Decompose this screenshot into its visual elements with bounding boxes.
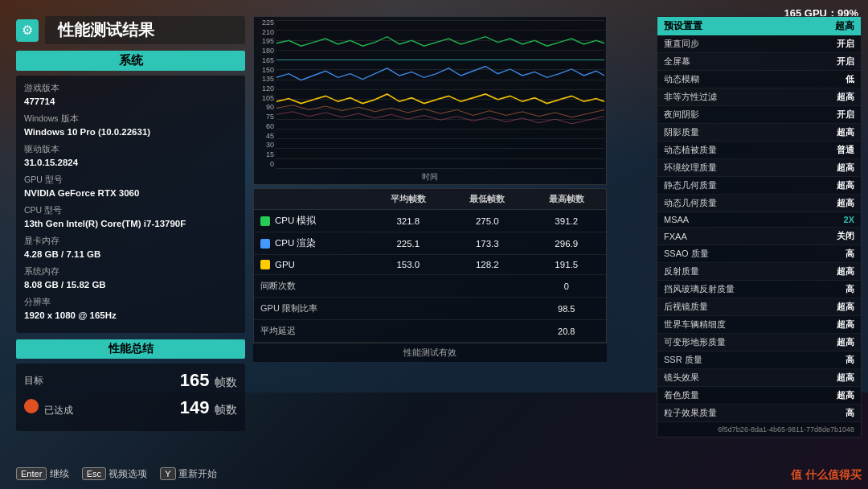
bottom-nav: Enter 继续 Esc 视频选项 Y 重新开始	[16, 467, 217, 481]
y-label-120: 120	[254, 84, 276, 92]
col-name	[254, 189, 369, 210]
vram-value: 4.28 GB / 7.11 GB	[24, 248, 237, 261]
perf-valid-text: 性能测试有效	[253, 343, 607, 362]
settings-icon: ⚙	[16, 19, 39, 42]
setting-row-dynamic-foliage: 动态植被质量 普通	[657, 142, 861, 159]
setting-row-motionblur: 动态模糊 低	[657, 71, 861, 88]
windows-version-value: Windows 10 Pro (10.0.22631)	[24, 125, 237, 139]
achieved-unit: 帧数	[215, 403, 237, 416]
y-label: 重新开始	[178, 468, 217, 479]
gpu-min: 128.2	[448, 255, 526, 275]
interrupts-label: 间断次数	[254, 275, 369, 298]
target-value: 165	[180, 370, 210, 390]
cpu-model-label: CPU 型号	[24, 204, 237, 217]
ram-label: 系统内存	[24, 265, 237, 278]
cpu-sim-label: CPU 模拟	[254, 210, 369, 232]
setting-row-windshield-reflection: 挡风玻璃反射质量 高	[657, 281, 861, 298]
target-line	[276, 60, 604, 60]
setting-row-fxaa: FXAA 关闭	[657, 228, 861, 245]
cpu-sim-dot	[260, 216, 270, 226]
panel-title-text: 性能测试结果	[45, 16, 245, 44]
setting-row-mirror-quality: 后视镜质量 超高	[657, 298, 861, 316]
chart-y-axis: 225 210 195 180 165 150 135 120 105 90 7…	[254, 17, 276, 170]
system-header: 系统	[16, 51, 245, 71]
avg-latency-row: 平均延迟 20.8	[254, 320, 606, 343]
setting-row-reflection: 反射质量 超高	[657, 263, 861, 281]
right-panel: 预设置置 超高 重直同步 开启 全屏幕 开启 动态模糊 低 非等方性过滤 超高 …	[657, 16, 862, 438]
chart-x-label: 时间	[422, 171, 438, 183]
esc-key: Esc	[82, 467, 106, 480]
y-label-15: 15	[254, 150, 276, 158]
setting-row-lens-effects: 镜头效果 超高	[657, 369, 861, 387]
col-max: 最高帧数	[527, 189, 606, 210]
y-label-45: 45	[254, 132, 276, 140]
avg-latency-col2	[448, 320, 526, 343]
ram-value: 8.08 GB / 15.82 GB	[24, 278, 237, 292]
driver-version-label: 驱动版本	[24, 143, 237, 156]
y-label-105: 105	[254, 94, 276, 102]
watermark-icon: 值	[791, 468, 802, 481]
y-label-225: 225	[254, 18, 276, 27]
target-label: 目标	[24, 374, 43, 388]
setting-row-static-geo: 静态几何质量 超高	[657, 177, 861, 195]
achieved-value: 149	[180, 397, 210, 417]
nav-esc[interactable]: Esc 视频选项	[82, 467, 148, 481]
gpu-limit-value: 98.5	[527, 298, 606, 320]
achieved-row: 已达成 149 帧数	[24, 397, 237, 418]
cpu-model-value: 13th Gen Intel(R) Core(TM) i7-13790F	[24, 217, 237, 231]
gpu-avg: 153.0	[369, 255, 448, 275]
cpu-render-dot	[260, 239, 270, 249]
stats-table: 平均帧数 最低帧数 最高帧数 CPU 模拟 321.8	[253, 188, 607, 343]
setting-row-world-vehicle: 世界车辆精细度 超高	[657, 316, 861, 334]
y-key: Y	[160, 467, 175, 480]
y-label-210: 210	[254, 28, 276, 36]
system-info: 游戏版本 477714 Windows 版本 Windows 10 Pro (1…	[16, 76, 245, 333]
cpu-render-max: 296.9	[527, 232, 606, 255]
game-version-value: 477714	[24, 95, 237, 109]
nav-y[interactable]: Y 重新开始	[160, 467, 217, 481]
enter-label: 继续	[50, 468, 69, 479]
cpu-sim-max: 391.2	[527, 210, 606, 232]
y-label-30: 30	[254, 141, 276, 149]
y-label-165: 165	[254, 56, 276, 64]
windows-version-label: Windows 版本	[24, 113, 237, 125]
cpu-sim-min: 275.0	[448, 210, 526, 232]
setting-row-particle-effects: 粒子效果质量 高	[657, 405, 861, 422]
setting-row-deformable-terrain: 可变形地形质量 超高	[657, 334, 861, 351]
resolution-label: 分辨率	[24, 296, 237, 309]
y-label-0: 0	[254, 160, 276, 168]
setting-row-fullscreen: 全屏幕 开启	[657, 53, 861, 71]
cpu-render-label: CPU 渲染	[254, 232, 369, 255]
interrupts-col2	[448, 275, 526, 298]
game-version-label: 游戏版本	[24, 82, 237, 95]
achieved-dot	[24, 399, 39, 413]
table-row: CPU 渲染 225.1 173.3 296.9	[254, 232, 606, 255]
driver-version-value: 31.0.15.2824	[24, 156, 237, 170]
avg-latency-label: 平均延迟	[254, 320, 369, 343]
middle-panel: 225 210 195 180 165 150 135 120 105 90 7…	[253, 16, 607, 362]
gpu-limit-row: GPU 限制比率 98.5	[254, 298, 606, 320]
chart-area	[276, 20, 604, 168]
gpu-dot	[260, 260, 270, 269]
achieved-label: 已达成	[24, 399, 73, 417]
setting-row-shadow-quality: 阴影质量 超高	[657, 124, 861, 142]
interrupts-row: 间断次数 0	[254, 275, 606, 298]
setting-row-dynamic-geo: 动态几何质量 超高	[657, 195, 861, 212]
setting-row-night-shadow: 夜间阴影 开启	[657, 106, 861, 124]
perf-summary-header: 性能总结	[16, 339, 245, 359]
nav-enter[interactable]: Enter 继续	[16, 467, 69, 481]
settings-header-value: 超高	[835, 19, 854, 33]
grid-lines	[276, 20, 604, 168]
y-label-60: 60	[254, 122, 276, 130]
setting-row-msaa: MSAA 2X	[657, 212, 861, 228]
settings-header: 预设置置 超高	[657, 17, 861, 35]
table-row: GPU 153.0 128.2 191.5	[254, 255, 606, 275]
target-unit: 帧数	[215, 376, 237, 388]
y-label-90: 90	[254, 103, 276, 111]
interrupts-col1	[369, 275, 448, 298]
setting-row-env-texture: 环境纹理质量 超高	[657, 159, 861, 177]
setting-row-vsync: 重直同步 开启	[657, 35, 861, 53]
avg-latency-value: 20.8	[527, 320, 606, 343]
gpu-model-label: GPU 型号	[24, 174, 237, 187]
settings-header-label: 预设置置	[664, 19, 702, 33]
